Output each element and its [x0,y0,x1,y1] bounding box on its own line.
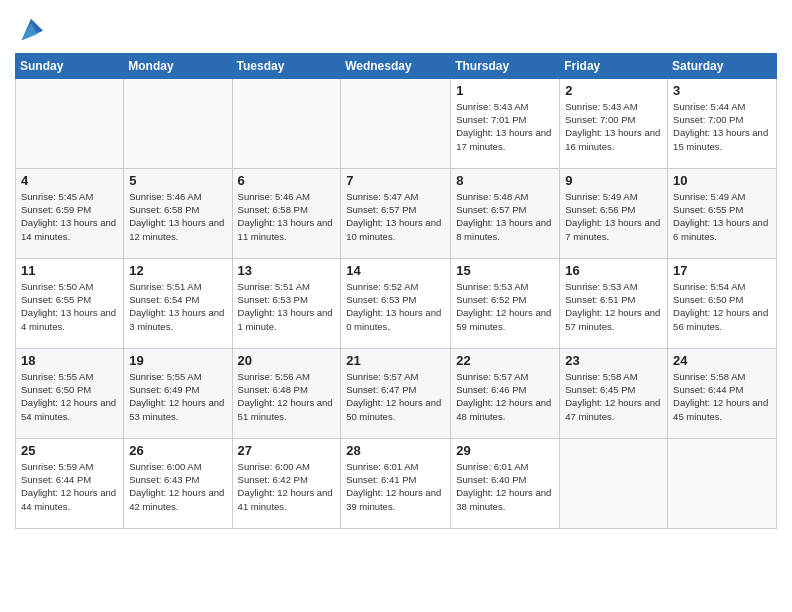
calendar-cell: 10Sunrise: 5:49 AM Sunset: 6:55 PM Dayli… [668,168,777,258]
calendar-cell [16,78,124,168]
calendar-week-1: 1Sunrise: 5:43 AM Sunset: 7:01 PM Daylig… [16,78,777,168]
day-info: Sunrise: 5:58 AM Sunset: 6:45 PM Dayligh… [565,370,662,423]
calendar-header-row: SundayMondayTuesdayWednesdayThursdayFrid… [16,53,777,78]
day-number: 1 [456,83,554,98]
day-number: 14 [346,263,445,278]
day-info: Sunrise: 5:57 AM Sunset: 6:47 PM Dayligh… [346,370,445,423]
day-info: Sunrise: 5:56 AM Sunset: 6:48 PM Dayligh… [238,370,336,423]
day-number: 18 [21,353,118,368]
day-info: Sunrise: 5:55 AM Sunset: 6:49 PM Dayligh… [129,370,226,423]
header-day-thursday: Thursday [451,53,560,78]
calendar-cell [341,78,451,168]
calendar-cell: 6Sunrise: 5:46 AM Sunset: 6:58 PM Daylig… [232,168,341,258]
calendar-cell: 15Sunrise: 5:53 AM Sunset: 6:52 PM Dayli… [451,258,560,348]
day-number: 19 [129,353,226,368]
day-info: Sunrise: 5:58 AM Sunset: 6:44 PM Dayligh… [673,370,771,423]
day-number: 10 [673,173,771,188]
day-number: 4 [21,173,118,188]
calendar-cell: 1Sunrise: 5:43 AM Sunset: 7:01 PM Daylig… [451,78,560,168]
calendar-cell: 29Sunrise: 6:01 AM Sunset: 6:40 PM Dayli… [451,438,560,528]
logo [15,14,45,47]
calendar-cell: 26Sunrise: 6:00 AM Sunset: 6:43 PM Dayli… [124,438,232,528]
calendar-week-3: 11Sunrise: 5:50 AM Sunset: 6:55 PM Dayli… [16,258,777,348]
header-day-wednesday: Wednesday [341,53,451,78]
day-info: Sunrise: 5:45 AM Sunset: 6:59 PM Dayligh… [21,190,118,243]
day-number: 9 [565,173,662,188]
day-info: Sunrise: 6:01 AM Sunset: 6:40 PM Dayligh… [456,460,554,513]
day-info: Sunrise: 6:00 AM Sunset: 6:42 PM Dayligh… [238,460,336,513]
day-number: 29 [456,443,554,458]
calendar-cell: 19Sunrise: 5:55 AM Sunset: 6:49 PM Dayli… [124,348,232,438]
day-number: 26 [129,443,226,458]
day-number: 23 [565,353,662,368]
calendar-cell: 4Sunrise: 5:45 AM Sunset: 6:59 PM Daylig… [16,168,124,258]
day-info: Sunrise: 5:51 AM Sunset: 6:54 PM Dayligh… [129,280,226,333]
calendar-cell: 7Sunrise: 5:47 AM Sunset: 6:57 PM Daylig… [341,168,451,258]
day-number: 5 [129,173,226,188]
calendar-cell: 27Sunrise: 6:00 AM Sunset: 6:42 PM Dayli… [232,438,341,528]
day-number: 16 [565,263,662,278]
day-info: Sunrise: 5:43 AM Sunset: 7:01 PM Dayligh… [456,100,554,153]
calendar-cell: 11Sunrise: 5:50 AM Sunset: 6:55 PM Dayli… [16,258,124,348]
calendar-cell: 16Sunrise: 5:53 AM Sunset: 6:51 PM Dayli… [560,258,668,348]
day-number: 7 [346,173,445,188]
calendar-cell [668,438,777,528]
day-info: Sunrise: 5:47 AM Sunset: 6:57 PM Dayligh… [346,190,445,243]
day-number: 21 [346,353,445,368]
calendar-cell: 17Sunrise: 5:54 AM Sunset: 6:50 PM Dayli… [668,258,777,348]
day-number: 3 [673,83,771,98]
calendar-cell: 28Sunrise: 6:01 AM Sunset: 6:41 PM Dayli… [341,438,451,528]
day-number: 12 [129,263,226,278]
day-info: Sunrise: 5:53 AM Sunset: 6:51 PM Dayligh… [565,280,662,333]
calendar-cell: 13Sunrise: 5:51 AM Sunset: 6:53 PM Dayli… [232,258,341,348]
day-info: Sunrise: 5:46 AM Sunset: 6:58 PM Dayligh… [129,190,226,243]
day-info: Sunrise: 5:55 AM Sunset: 6:50 PM Dayligh… [21,370,118,423]
calendar-week-4: 18Sunrise: 5:55 AM Sunset: 6:50 PM Dayli… [16,348,777,438]
calendar-cell: 25Sunrise: 5:59 AM Sunset: 6:44 PM Dayli… [16,438,124,528]
day-number: 17 [673,263,771,278]
calendar-cell: 9Sunrise: 5:49 AM Sunset: 6:56 PM Daylig… [560,168,668,258]
day-info: Sunrise: 5:44 AM Sunset: 7:00 PM Dayligh… [673,100,771,153]
day-info: Sunrise: 5:54 AM Sunset: 6:50 PM Dayligh… [673,280,771,333]
header-day-monday: Monday [124,53,232,78]
header [15,10,777,47]
day-number: 13 [238,263,336,278]
day-number: 20 [238,353,336,368]
day-info: Sunrise: 5:43 AM Sunset: 7:00 PM Dayligh… [565,100,662,153]
calendar-cell: 14Sunrise: 5:52 AM Sunset: 6:53 PM Dayli… [341,258,451,348]
calendar-cell: 21Sunrise: 5:57 AM Sunset: 6:47 PM Dayli… [341,348,451,438]
calendar-cell: 24Sunrise: 5:58 AM Sunset: 6:44 PM Dayli… [668,348,777,438]
day-info: Sunrise: 5:57 AM Sunset: 6:46 PM Dayligh… [456,370,554,423]
day-info: Sunrise: 5:49 AM Sunset: 6:55 PM Dayligh… [673,190,771,243]
calendar-cell: 8Sunrise: 5:48 AM Sunset: 6:57 PM Daylig… [451,168,560,258]
day-info: Sunrise: 5:53 AM Sunset: 6:52 PM Dayligh… [456,280,554,333]
header-day-tuesday: Tuesday [232,53,341,78]
day-info: Sunrise: 5:48 AM Sunset: 6:57 PM Dayligh… [456,190,554,243]
header-day-saturday: Saturday [668,53,777,78]
calendar-cell: 22Sunrise: 5:57 AM Sunset: 6:46 PM Dayli… [451,348,560,438]
day-info: Sunrise: 5:46 AM Sunset: 6:58 PM Dayligh… [238,190,336,243]
calendar-cell [560,438,668,528]
logo-icon [17,14,45,42]
day-number: 15 [456,263,554,278]
calendar-cell: 3Sunrise: 5:44 AM Sunset: 7:00 PM Daylig… [668,78,777,168]
day-number: 2 [565,83,662,98]
day-number: 28 [346,443,445,458]
day-info: Sunrise: 5:52 AM Sunset: 6:53 PM Dayligh… [346,280,445,333]
day-info: Sunrise: 6:00 AM Sunset: 6:43 PM Dayligh… [129,460,226,513]
header-day-sunday: Sunday [16,53,124,78]
day-number: 8 [456,173,554,188]
calendar-cell: 5Sunrise: 5:46 AM Sunset: 6:58 PM Daylig… [124,168,232,258]
day-info: Sunrise: 5:59 AM Sunset: 6:44 PM Dayligh… [21,460,118,513]
day-info: Sunrise: 5:51 AM Sunset: 6:53 PM Dayligh… [238,280,336,333]
calendar-table: SundayMondayTuesdayWednesdayThursdayFrid… [15,53,777,529]
day-info: Sunrise: 5:50 AM Sunset: 6:55 PM Dayligh… [21,280,118,333]
day-number: 6 [238,173,336,188]
day-number: 11 [21,263,118,278]
day-number: 25 [21,443,118,458]
calendar-cell: 12Sunrise: 5:51 AM Sunset: 6:54 PM Dayli… [124,258,232,348]
calendar-cell [232,78,341,168]
calendar-cell: 2Sunrise: 5:43 AM Sunset: 7:00 PM Daylig… [560,78,668,168]
calendar-cell: 23Sunrise: 5:58 AM Sunset: 6:45 PM Dayli… [560,348,668,438]
calendar-cell [124,78,232,168]
